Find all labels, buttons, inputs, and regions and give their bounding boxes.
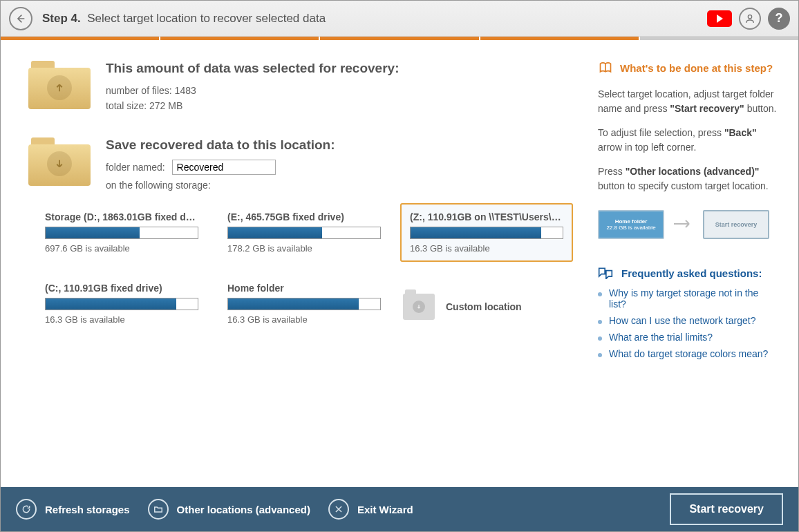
back-button[interactable] [9, 7, 32, 30]
folder-upload-icon [28, 61, 91, 109]
custom-location-label: Custom location [446, 301, 522, 312]
faq-item: Why is my target storage not in the list… [598, 287, 778, 310]
storage-available: 697.6 GB is available [45, 243, 198, 254]
storage-usage-bar [45, 227, 198, 239]
diagram-source-box: Home folder 22.8 GB is available [598, 210, 664, 239]
storage-name: Storage (D:, 1863.01GB fixed drive) [45, 211, 198, 222]
folder-icon [148, 499, 169, 520]
storage-available: 178.2 GB is available [227, 243, 381, 254]
save-block: Save recovered data to this location: fo… [28, 137, 577, 193]
storage-name: (E:, 465.75GB fixed drive) [227, 211, 381, 222]
close-icon [328, 499, 349, 520]
storage-option[interactable]: Home folder16.3 GB is available [218, 274, 391, 333]
faq-link[interactable]: What do target storage colors mean? [609, 348, 768, 359]
storage-usage-bar [227, 227, 381, 239]
refresh-icon [16, 499, 37, 520]
faq-item: How can I use the network target? [598, 315, 778, 326]
faq-link[interactable]: Why is my target storage not in the list… [609, 287, 778, 310]
storage-usage-bar [227, 298, 381, 310]
arrow-right-icon [674, 219, 693, 231]
step-subtitle: Select target location to recover select… [87, 12, 326, 25]
faq-link[interactable]: What are the trial limits? [609, 332, 713, 343]
help-p3: Press "Other locations (advanced)" butto… [598, 164, 778, 193]
storage-option[interactable]: (E:, 465.75GB fixed drive)178.2 GB is av… [218, 203, 391, 262]
faq-icon [598, 267, 613, 279]
diagram-target-box: Start recovery [703, 210, 769, 239]
faq-item: What do target storage colors mean? [598, 348, 778, 359]
storage-available: 16.3 GB is available [45, 314, 198, 325]
help-p2: To adjust file selection, press "Back" a… [598, 126, 778, 155]
header: Step 4. Select target location to recove… [1, 1, 798, 37]
summary-block: This amount of data was selected for rec… [28, 61, 577, 114]
folder-download-icon [28, 137, 91, 186]
step-prefix: Step 4. [42, 12, 81, 25]
refresh-storages-button[interactable]: Refresh storages [16, 499, 130, 520]
svg-point-0 [748, 15, 751, 18]
exit-wizard-button[interactable]: Exit Wizard [328, 499, 413, 520]
summary-size: total size: 272 MB [106, 98, 399, 113]
folder-name-label: folder named: [106, 160, 165, 175]
storage-option[interactable]: Storage (D:, 1863.01GB fixed drive)697.6… [35, 203, 208, 262]
footer-bar: Refresh storages Other locations (advanc… [1, 487, 798, 531]
youtube-icon[interactable] [707, 10, 732, 27]
save-sub: on the following storage: [106, 178, 335, 193]
help-heading: What's to be done at this step? [598, 61, 778, 75]
storage-usage-bar [410, 227, 563, 239]
storage-grid: Storage (D:, 1863.01GB fixed drive)697.6… [35, 203, 577, 333]
help-icon[interactable]: ? [768, 8, 790, 30]
save-title: Save recovered data to this location: [106, 137, 335, 153]
faq-list: Why is my target storage not in the list… [598, 287, 778, 359]
arrow-left-icon [15, 13, 26, 24]
storage-name: (C:, 110.91GB fixed drive) [45, 283, 198, 294]
storage-available: 16.3 GB is available [227, 314, 381, 325]
book-icon [598, 61, 613, 75]
summary-files: number of files: 1483 [106, 83, 399, 98]
storage-available: 16.3 GB is available [410, 243, 563, 254]
summary-title: This amount of data was selected for rec… [106, 61, 399, 76]
folder-download-icon [403, 294, 435, 320]
start-recovery-button[interactable]: Start recovery [670, 493, 783, 525]
account-icon[interactable] [739, 8, 761, 30]
faq-heading: Frequently asked questions: [598, 267, 778, 279]
storage-option[interactable]: (C:, 110.91GB fixed drive)16.3 GB is ava… [35, 274, 208, 333]
help-diagram: Home folder 22.8 GB is available Start r… [598, 210, 778, 239]
custom-location-button[interactable]: Custom location [400, 274, 573, 333]
folder-name-input[interactable] [172, 160, 276, 175]
step-title: Step 4. Select target location to recove… [42, 12, 326, 26]
storage-usage-bar [45, 298, 198, 310]
faq-link[interactable]: How can I use the network target? [609, 315, 755, 326]
help-p1: Select target location, adjust target fo… [598, 87, 778, 116]
storage-option[interactable]: (Z:, 110.91GB on \\TEST\Users\Pu...16.3 … [400, 203, 573, 262]
storage-name: (Z:, 110.91GB on \\TEST\Users\Pu... [410, 211, 563, 222]
faq-item: What are the trial limits? [598, 332, 778, 343]
storage-name: Home folder [227, 283, 381, 294]
other-locations-button[interactable]: Other locations (advanced) [148, 499, 310, 520]
